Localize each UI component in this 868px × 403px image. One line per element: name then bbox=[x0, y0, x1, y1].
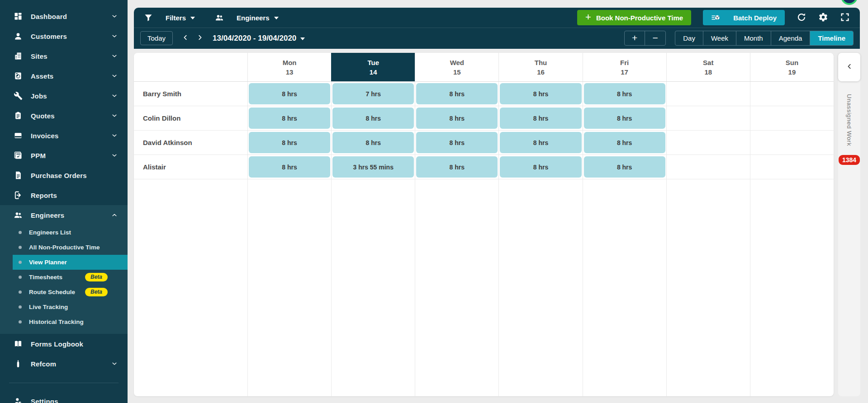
sidebar-item-quotes[interactable]: Quotes bbox=[0, 106, 128, 126]
view-button-timeline[interactable]: Timeline bbox=[810, 31, 853, 45]
planner-cell[interactable]: 8 hrs bbox=[498, 106, 582, 130]
scheduled-hours-chip[interactable]: 8 hrs bbox=[249, 156, 330, 178]
planner-cell[interactable]: 8 hrs bbox=[415, 155, 498, 179]
scheduled-hours-chip[interactable]: 8 hrs bbox=[249, 108, 330, 129]
zoom-in-button[interactable]: + bbox=[625, 31, 645, 45]
zoom-out-button[interactable]: − bbox=[645, 31, 665, 45]
planner-cell[interactable]: 8 hrs bbox=[415, 82, 498, 106]
planner-cell[interactable]: 8 hrs bbox=[583, 131, 666, 155]
date-range-dropdown[interactable]: 13/04/2020 - 19/04/2020 bbox=[213, 34, 305, 43]
planner-cell[interactable]: 8 hrs bbox=[331, 131, 415, 155]
planner-cell[interactable] bbox=[750, 131, 834, 155]
scheduled-hours-chip[interactable]: 8 hrs bbox=[416, 83, 498, 104]
scheduled-hours-chip[interactable]: 8 hrs bbox=[249, 83, 330, 104]
planner-cell[interactable]: 8 hrs bbox=[415, 106, 498, 130]
sidebar-subitem-view-planner[interactable]: View Planner bbox=[13, 255, 128, 270]
sidebar-item-purchase-orders[interactable]: Purchase Orders bbox=[0, 165, 128, 185]
day-header-fri[interactable]: Fri17 bbox=[583, 53, 666, 81]
planner-cell[interactable]: 8 hrs bbox=[247, 106, 331, 130]
view-button-month[interactable]: Month bbox=[736, 31, 771, 45]
sidebar-subitem-timesheets[interactable]: TimesheetsBeta bbox=[13, 270, 128, 285]
planner-cell[interactable]: 8 hrs bbox=[331, 106, 415, 130]
scheduled-hours-chip[interactable]: 8 hrs bbox=[584, 132, 665, 153]
scheduled-hours-chip[interactable]: 7 hrs bbox=[332, 83, 414, 104]
planner-cell[interactable] bbox=[750, 155, 834, 179]
scheduled-hours-chip[interactable]: 8 hrs bbox=[584, 108, 665, 129]
planner-cell[interactable]: 8 hrs bbox=[247, 82, 331, 106]
planner-cell[interactable] bbox=[666, 82, 750, 106]
day-header-thu[interactable]: Thu16 bbox=[498, 53, 582, 81]
scheduled-hours-chip[interactable]: 8 hrs bbox=[584, 83, 665, 104]
book-non-productive-time-button[interactable]: + Book Non-Productive Time bbox=[577, 10, 691, 25]
planner-cell-empty[interactable] bbox=[331, 179, 415, 396]
sidebar-item-refcom[interactable]: Refcom bbox=[0, 354, 128, 374]
view-button-day[interactable]: Day bbox=[675, 31, 703, 45]
planner-cell-empty[interactable] bbox=[583, 179, 666, 396]
sidebar-item-settings[interactable]: Settings bbox=[0, 391, 128, 403]
view-button-agenda[interactable]: Agenda bbox=[771, 31, 811, 45]
sidebar-item-invoices[interactable]: Invoices bbox=[0, 126, 128, 145]
sidebar-item-customers[interactable]: Customers bbox=[0, 26, 128, 46]
day-header-tue[interactable]: Tue14 bbox=[331, 53, 415, 81]
scheduled-hours-chip[interactable]: 8 hrs bbox=[416, 108, 498, 129]
sidebar-subitem-live-tracking[interactable]: Live Tracking bbox=[13, 300, 128, 314]
view-button-week[interactable]: Week bbox=[703, 31, 736, 45]
planner-cell-empty[interactable] bbox=[415, 179, 498, 396]
sidebar-item-dashboard[interactable]: Dashboard bbox=[0, 6, 128, 26]
planner-cell-empty[interactable] bbox=[247, 179, 331, 396]
sidebar-item-engineers[interactable]: Engineers bbox=[0, 205, 128, 225]
day-header-sun[interactable]: Sun19 bbox=[750, 53, 834, 81]
planner-cell[interactable] bbox=[666, 155, 750, 179]
day-header-wed[interactable]: Wed15 bbox=[415, 53, 498, 81]
expand-unassigned-button[interactable] bbox=[838, 53, 860, 81]
sidebar-item-sites[interactable]: Sites bbox=[0, 46, 128, 66]
planner-cell[interactable] bbox=[750, 82, 834, 106]
scheduled-hours-chip[interactable]: 8 hrs bbox=[332, 132, 414, 153]
sidebar-item-ppm[interactable]: PPM bbox=[0, 145, 128, 165]
engineers-filter-dropdown[interactable]: Engineers bbox=[215, 13, 279, 22]
planner-cell[interactable]: 8 hrs bbox=[583, 155, 666, 179]
sidebar-item-forms-logbook[interactable]: Forms Logbook bbox=[0, 334, 128, 354]
sidebar-subitem-engineers-list[interactable]: Engineers List bbox=[13, 225, 128, 240]
filters-dropdown[interactable]: Filters bbox=[144, 13, 195, 22]
settings-button[interactable] bbox=[818, 12, 828, 23]
sidebar-subitem-historical-tracking[interactable]: Historical Tracking bbox=[13, 314, 128, 329]
planner-cell[interactable]: 3 hrs 55 mins bbox=[331, 155, 415, 179]
day-header-mon[interactable]: Mon13 bbox=[247, 53, 331, 81]
scheduled-hours-chip[interactable]: 8 hrs bbox=[500, 108, 581, 129]
planner-cell[interactable]: 8 hrs bbox=[247, 155, 331, 179]
sidebar-subitem-all-non-productive-time[interactable]: All Non-Productive Time bbox=[13, 240, 128, 255]
batch-deploy-button[interactable]: Batch Deploy bbox=[703, 10, 785, 25]
scheduled-hours-chip[interactable]: 8 hrs bbox=[416, 132, 498, 153]
planner-cell[interactable]: 8 hrs bbox=[498, 82, 582, 106]
day-header-sat[interactable]: Sat18 bbox=[666, 53, 750, 81]
planner-cell[interactable]: 8 hrs bbox=[247, 131, 331, 155]
planner-cell[interactable]: 8 hrs bbox=[498, 155, 582, 179]
sidebar-subitem-route-schedule[interactable]: Route ScheduleBeta bbox=[13, 285, 128, 300]
refresh-button[interactable] bbox=[797, 12, 806, 23]
scheduled-hours-chip[interactable]: 8 hrs bbox=[249, 132, 330, 153]
scheduled-hours-chip[interactable]: 3 hrs 55 mins bbox=[332, 156, 414, 178]
sidebar-item-jobs[interactable]: Jobs bbox=[0, 86, 128, 106]
today-button[interactable]: Today bbox=[140, 31, 173, 45]
scheduled-hours-chip[interactable]: 8 hrs bbox=[332, 108, 414, 129]
planner-cell[interactable]: 7 hrs bbox=[331, 82, 415, 106]
planner-cell[interactable] bbox=[750, 106, 834, 130]
planner-cell-empty[interactable] bbox=[750, 179, 834, 396]
planner-cell[interactable]: 8 hrs bbox=[583, 106, 666, 130]
sidebar-item-assets[interactable]: Assets bbox=[0, 66, 128, 86]
scheduled-hours-chip[interactable]: 8 hrs bbox=[500, 83, 581, 104]
scheduled-hours-chip[interactable]: 8 hrs bbox=[500, 132, 581, 153]
scheduled-hours-chip[interactable]: 8 hrs bbox=[500, 156, 581, 178]
planner-cell[interactable]: 8 hrs bbox=[498, 131, 582, 155]
sidebar-item-reports[interactable]: Reports bbox=[0, 185, 128, 205]
fullscreen-button[interactable] bbox=[840, 12, 850, 23]
help-bubble[interactable] bbox=[841, 0, 858, 5]
scheduled-hours-chip[interactable]: 8 hrs bbox=[416, 156, 498, 178]
planner-cell[interactable] bbox=[666, 106, 750, 130]
planner-cell[interactable]: 8 hrs bbox=[415, 131, 498, 155]
previous-week-button[interactable] bbox=[178, 31, 193, 45]
planner-cell-empty[interactable] bbox=[666, 179, 750, 396]
planner-cell[interactable]: 8 hrs bbox=[583, 82, 666, 106]
scheduled-hours-chip[interactable]: 8 hrs bbox=[584, 156, 665, 178]
